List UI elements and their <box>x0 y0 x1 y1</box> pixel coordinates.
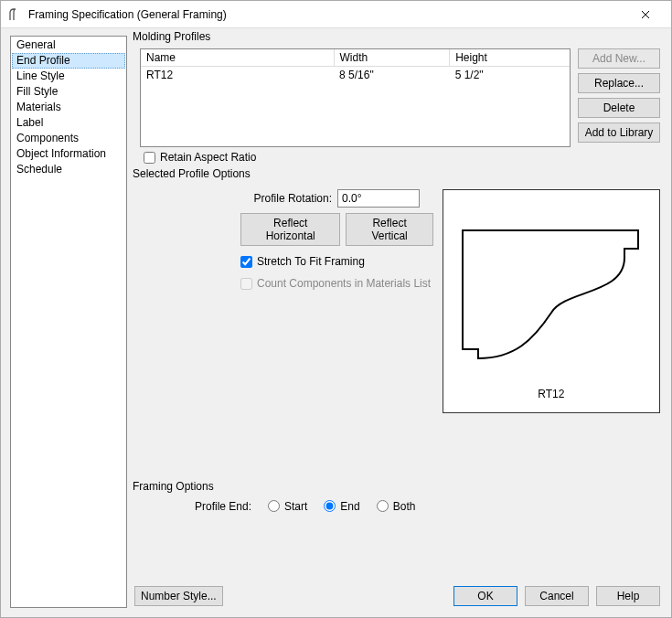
col-height[interactable]: Height <box>450 49 570 67</box>
framing-options-group: Framing Options Profile End: Start End B… <box>133 485 662 515</box>
radio-both[interactable] <box>377 500 389 512</box>
replace-button[interactable]: Replace... <box>578 73 660 93</box>
profile-end-label: Profile End: <box>178 500 251 513</box>
sidebar-item-schedule[interactable]: Schedule <box>12 162 125 177</box>
preview-label: RT12 <box>538 388 564 400</box>
count-components-label: Count Components in Materials List <box>257 277 431 290</box>
radio-both-row[interactable]: Both <box>377 500 416 513</box>
table-row[interactable]: RT12 8 5/16" 5 1/2" <box>141 67 570 84</box>
number-style-button[interactable]: Number Style... <box>134 586 223 606</box>
titlebar: Framing Specification (General Framing) <box>1 1 671 28</box>
delete-button[interactable]: Delete <box>578 98 660 118</box>
sidebar-item-materials[interactable]: Materials <box>12 100 125 115</box>
app-icon <box>8 7 23 22</box>
stretch-label: Stretch To Fit Framing <box>257 255 365 268</box>
cell-height: 5 1/2" <box>450 67 570 84</box>
radio-end-label: End <box>340 500 359 513</box>
profiles-table[interactable]: Name Width Height RT12 8 5/16" <box>140 48 571 147</box>
radio-start[interactable] <box>268 500 280 512</box>
retain-aspect-checkbox[interactable] <box>144 152 155 164</box>
radio-both-label: Both <box>393 500 416 513</box>
reflect-horizontal-button[interactable]: Reflect Horizontal <box>240 213 340 246</box>
molding-profiles-label: Molding Profiles <box>133 30 215 43</box>
cell-name: RT12 <box>141 67 334 84</box>
reflect-vertical-button[interactable]: Reflect Vertical <box>346 213 432 246</box>
add-to-library-button[interactable]: Add to Library <box>578 123 660 143</box>
radio-end-row[interactable]: End <box>324 500 359 513</box>
col-width[interactable]: Width <box>334 49 450 67</box>
rotation-label: Profile Rotation: <box>240 192 332 205</box>
rotation-input[interactable] <box>337 189 420 208</box>
content-area: General End Profile Line Style Fill Styl… <box>1 28 671 617</box>
radio-start-label: Start <box>284 500 307 513</box>
col-name[interactable]: Name <box>141 49 334 67</box>
retain-aspect-label: Retain Aspect Ratio <box>160 151 256 164</box>
profile-shape-icon <box>455 203 647 386</box>
framing-options-label: Framing Options <box>133 480 219 493</box>
ok-button[interactable]: OK <box>453 586 517 606</box>
dialog-window: Framing Specification (General Framing) … <box>0 0 672 618</box>
count-components-checkbox <box>240 278 252 290</box>
sidebar-item-label[interactable]: Label <box>12 115 125 131</box>
help-button[interactable]: Help <box>596 586 660 606</box>
stretch-checkbox[interactable] <box>240 256 252 268</box>
sidebar-item-general[interactable]: General <box>12 37 125 53</box>
sidebar-item-fill-style[interactable]: Fill Style <box>12 84 125 100</box>
main-panel: Molding Profiles Name Width Height <box>133 36 662 608</box>
sidebar-item-object-information[interactable]: Object Information <box>12 146 125 162</box>
category-sidebar: General End Profile Line Style Fill Styl… <box>10 36 127 608</box>
sidebar-item-end-profile[interactable]: End Profile <box>12 53 125 69</box>
close-button[interactable] <box>627 2 664 27</box>
radio-start-row[interactable]: Start <box>268 500 307 513</box>
selected-profile-options-group: Selected Profile Options Profile Rotatio… <box>133 173 662 415</box>
cell-width: 8 5/16" <box>334 67 450 84</box>
dialog-footer: Number Style... OK Cancel Help <box>133 584 662 608</box>
molding-profiles-group: Molding Profiles Name Width Height <box>133 36 662 165</box>
sidebar-item-line-style[interactable]: Line Style <box>12 69 125 84</box>
retain-aspect-row: Retain Aspect Ratio <box>140 147 660 164</box>
selected-profile-options-label: Selected Profile Options <box>133 167 255 180</box>
radio-end[interactable] <box>324 500 336 512</box>
window-title: Framing Specification (General Framing) <box>28 8 627 21</box>
profile-buttons: Add New... Replace... Delete Add to Libr… <box>578 48 660 143</box>
add-new-button: Add New... <box>578 48 660 69</box>
profile-options-fields: Profile Rotation: Reflect Horizontal Ref… <box>140 186 433 413</box>
cancel-button[interactable]: Cancel <box>525 586 589 606</box>
sidebar-item-components[interactable]: Components <box>12 131 125 146</box>
profile-preview: RT12 <box>443 189 660 413</box>
